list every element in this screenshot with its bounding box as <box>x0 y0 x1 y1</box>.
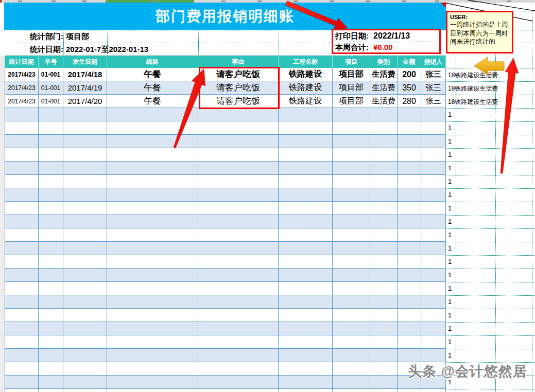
red-arrow-to-reason-icon[interactable] <box>174 69 205 148</box>
annotation-arrows <box>0 0 535 392</box>
watermark: 头条 @会计悠然居 <box>408 362 527 381</box>
spreadsheet: 部门费用报销明细账 统计部门: 项目部 统计日期: 2022-01-7至2022… <box>0 0 535 392</box>
red-arrow-to-print-date-icon[interactable] <box>285 1 348 29</box>
yellow-left-arrow-icon[interactable] <box>474 57 504 75</box>
red-arrow-right-icon[interactable] <box>501 58 519 173</box>
